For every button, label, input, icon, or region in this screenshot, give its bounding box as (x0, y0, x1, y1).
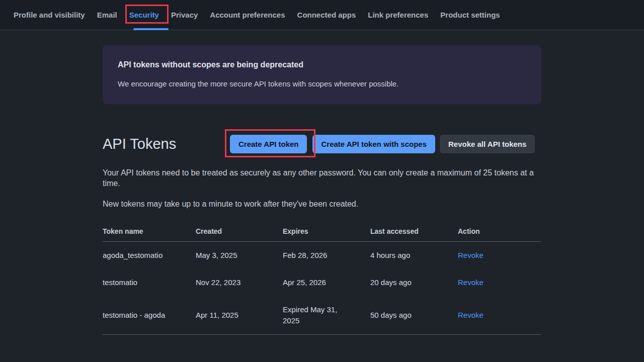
last-accessed-cell: 20 days ago (370, 269, 458, 296)
create-api-token-button[interactable]: Create API token (230, 135, 307, 153)
tab-email[interactable]: Email (97, 11, 117, 19)
deprecation-banner: API tokens without scopes are being depr… (103, 45, 541, 104)
expires-cell: Apr 25, 2026 (283, 269, 370, 296)
api-tokens-header-row: API Tokens Create API token Create API t… (103, 134, 541, 153)
expires-cell: Expired May 31, 2025 (283, 296, 370, 335)
created-cell: May 3, 2025 (196, 242, 283, 269)
column-header-created: Created (196, 227, 283, 242)
tab-profile-and-visibility[interactable]: Profile and visibility (14, 11, 85, 19)
created-cell: Nov 22, 2023 (196, 269, 283, 296)
revoke-link[interactable]: Revoke (458, 311, 484, 319)
token-name-cell: testomatio (103, 269, 196, 296)
banner-title: API tokens without scopes are being depr… (118, 60, 526, 69)
tab-link-preferences[interactable]: Link preferences (368, 11, 428, 19)
api-tokens-note: New tokens may take up to a minute to wo… (103, 199, 541, 209)
tab-product-settings[interactable]: Product settings (440, 11, 500, 19)
table-row: testomatio - agoda Apr 11, 2025 Expired … (103, 296, 541, 335)
api-tokens-table: Token name Created Expires Last accessed… (103, 227, 541, 335)
tab-privacy[interactable]: Privacy (171, 11, 198, 19)
created-cell: Apr 11, 2025 (196, 296, 283, 335)
tab-account-preferences[interactable]: Account preferences (210, 11, 285, 19)
column-header-last-accessed: Last accessed (370, 227, 458, 242)
banner-body: We encourage creating the more secure AP… (118, 79, 526, 88)
expires-cell: Feb 28, 2026 (283, 242, 370, 269)
settings-tab-bar: Profile and visibility Email Security Pr… (0, 0, 644, 30)
api-tokens-description: Your API tokens need to be treated as se… (103, 167, 541, 189)
active-tab-indicator (133, 28, 169, 30)
create-api-token-with-scopes-button[interactable]: Create API token with scopes (312, 135, 435, 153)
column-header-token-name: Token name (103, 227, 196, 242)
revoke-link[interactable]: Revoke (458, 251, 484, 259)
table-row: testomatio Nov 22, 2023 Apr 25, 2026 20 … (103, 269, 541, 296)
revoke-all-api-tokens-button[interactable]: Revoke all API tokens (440, 135, 535, 153)
table-row: agoda_testomatio May 3, 2025 Feb 28, 202… (103, 242, 541, 269)
revoke-link[interactable]: Revoke (458, 278, 484, 287)
last-accessed-cell: 4 hours ago (370, 242, 458, 269)
page-title: API Tokens (103, 136, 230, 152)
security-settings-page: API tokens without scopes are being depr… (103, 45, 541, 335)
token-name-cell: testomatio - agoda (103, 296, 196, 335)
column-header-expires: Expires (283, 227, 370, 242)
column-header-action: Action (458, 227, 541, 242)
last-accessed-cell: 50 days ago (370, 296, 458, 335)
token-name-cell: agoda_testomatio (103, 242, 196, 269)
table-header-row: Token name Created Expires Last accessed… (103, 227, 541, 242)
tab-security[interactable]: Security (129, 11, 159, 19)
tab-connected-apps[interactable]: Connected apps (297, 11, 356, 19)
